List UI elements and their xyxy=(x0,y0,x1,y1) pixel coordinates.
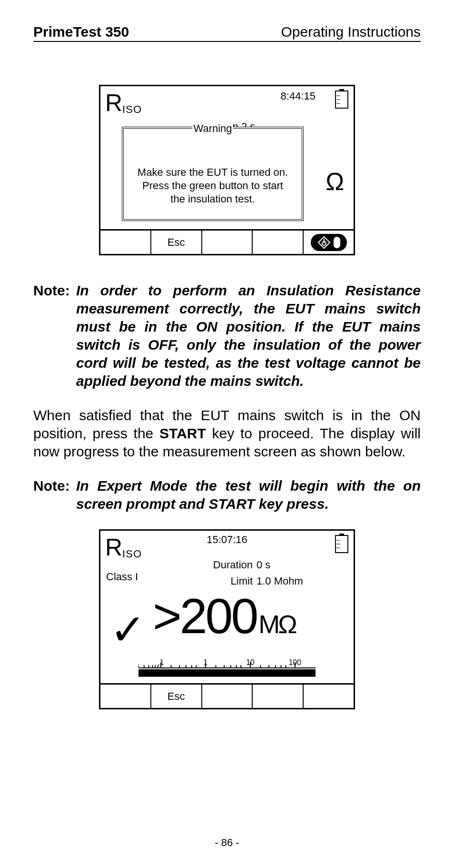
softkey-1[interactable] xyxy=(100,685,151,708)
softkey-bar: Esc xyxy=(100,229,354,254)
mode-r: R xyxy=(105,90,122,116)
warning-line: the insulation test. xyxy=(124,192,302,206)
warning-line: Press the green button to start xyxy=(124,179,302,192)
mode-indicator: RISO xyxy=(105,89,142,117)
warning-body: Make sure the EUT is turned on. Press th… xyxy=(124,166,302,206)
value-number: >200 xyxy=(153,588,257,645)
class-label: Class I xyxy=(106,571,138,583)
header-title: PrimeTest 350 xyxy=(33,24,129,40)
mode-indicator: RISO xyxy=(105,534,142,561)
value-unit: MΩ xyxy=(258,609,295,639)
softkey-5[interactable] xyxy=(304,685,354,708)
params-block: Duration0 s Limit1.0 Mohm xyxy=(205,557,303,589)
measurement-value: >200 MΩ xyxy=(153,588,296,645)
header-subtitle: Operating Instructions xyxy=(281,24,421,40)
battery-icon xyxy=(335,534,349,554)
device-screen-warning: RISO 8:44:15 Duration 2 s Warning Make s… xyxy=(99,85,355,255)
softkey-esc[interactable]: Esc xyxy=(151,231,202,254)
svg-rect-44 xyxy=(138,670,316,676)
battery-icon xyxy=(335,89,349,109)
duration-label: Duration xyxy=(205,557,253,573)
mode-sub: ISO xyxy=(122,548,142,560)
start-icon xyxy=(311,234,347,251)
para-bold: START xyxy=(159,425,206,441)
softkey-esc[interactable]: Esc xyxy=(151,685,202,708)
check-icon: ✓ xyxy=(110,605,146,655)
ohm-symbol: Ω xyxy=(326,167,344,196)
note-block-2: Note: In Expert Mode the test will begin… xyxy=(33,477,421,513)
softkey-1[interactable] xyxy=(100,231,151,254)
warning-line: Make sure the EUT is turned on. xyxy=(124,166,302,179)
limit-row: Limit1.0 Mohm xyxy=(205,573,303,589)
body-paragraph: When satisfied that the EUT mains switch… xyxy=(33,406,421,461)
warning-dialog: Warning Make sure the EUT is turned on. … xyxy=(122,127,304,221)
mode-sub: ISO xyxy=(122,103,142,115)
softkey-bar: Esc xyxy=(100,683,354,708)
note-label: Note: xyxy=(33,282,76,390)
softkey-start[interactable] xyxy=(304,231,354,254)
note-body: In order to perform an Insulation Resist… xyxy=(76,282,421,390)
limit-label: Limit xyxy=(205,573,253,589)
duration-row: Duration0 s xyxy=(205,557,303,573)
page-header: PrimeTest 350 Operating Instructions xyxy=(33,24,421,42)
softkey-4[interactable] xyxy=(253,231,304,254)
softkey-3[interactable] xyxy=(202,231,253,254)
svg-rect-8 xyxy=(334,237,340,248)
log-scale: .1 1 10 100 xyxy=(138,657,316,678)
duration-value: 0 s xyxy=(257,559,270,571)
clock: 15:07:16 xyxy=(207,534,247,546)
mode-r: R xyxy=(105,534,122,561)
warning-title: Warning xyxy=(192,122,233,135)
limit-value: 1.0 Mohm xyxy=(257,575,303,587)
softkey-4[interactable] xyxy=(253,685,304,708)
note-label: Note: xyxy=(33,477,76,513)
note-block-1: Note: In order to perform an Insulation … xyxy=(33,282,421,390)
note-body: In Expert Mode the test will begin with … xyxy=(76,477,421,513)
device-screen-result: RISO 15:07:16 Class I Duration0 s Limit1… xyxy=(99,529,355,709)
clock: 8:44:15 xyxy=(281,90,316,102)
softkey-3[interactable] xyxy=(202,685,253,708)
page-number: - 86 - xyxy=(0,837,454,849)
